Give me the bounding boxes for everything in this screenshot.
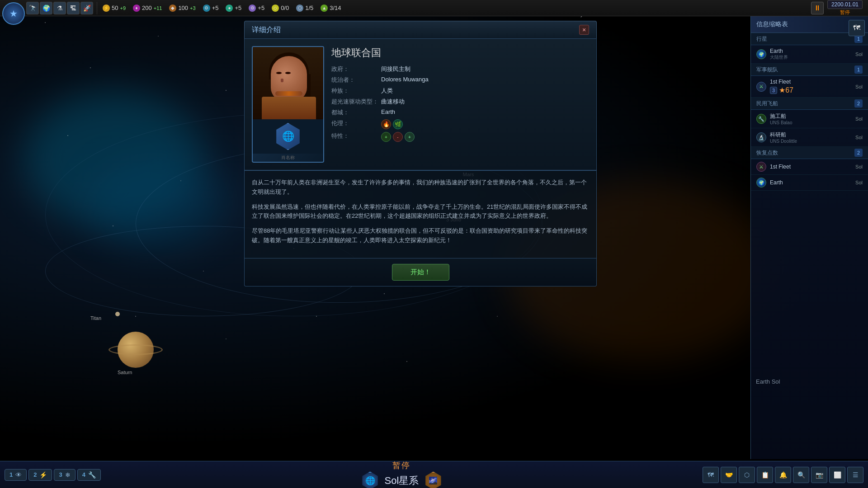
pause-button[interactable]: ⏸	[811, 2, 824, 14]
minerals-resource: ◆ 100 +3	[169, 5, 195, 12]
science-ship-info: 科研船 UNS Doolittle	[770, 131, 852, 144]
civilian-label: 民用飞船	[756, 100, 778, 108]
fleet-item[interactable]: ⚔ 1st Fleet 3 ★67 Sol	[751, 76, 868, 98]
science-ship-location: Sol	[855, 135, 863, 140]
fleet-value: 1/5	[305, 5, 313, 11]
info-table: 政府： 间接民主制 统治者： Dolores Muwanga 种族： 人类 超光…	[331, 65, 589, 142]
right-panel-title: 信息缩略表	[756, 20, 788, 28]
traits-row: 特性： + - +	[331, 132, 589, 142]
fleet-icon-res: ⬡	[296, 5, 303, 12]
ethics-icon-1[interactable]: 🔥	[381, 119, 391, 129]
unity-value: +5	[258, 5, 264, 11]
ruler-label: 统治者：	[331, 76, 381, 84]
fleet-item-name: 1st Fleet	[770, 79, 852, 85]
detail-title: 详细介绍	[252, 25, 281, 35]
build-icon[interactable]: 🏗	[67, 2, 80, 14]
energy-income: +9	[120, 5, 126, 11]
science-ship-name: 科研船	[770, 131, 852, 139]
federation-icon[interactable]: ⬡	[739, 467, 755, 483]
fleet-resource: ⬡ 1/5	[296, 5, 313, 12]
resource-bar: ⚡ 50 +9 ♦ 200 +11 ◆ 100 +3 ⚙ +5 ● +5 ⚙ +…	[97, 5, 806, 12]
ftl-label: 超光速驱动类型：	[331, 98, 381, 106]
bottom-center: 暂停 🌐 Sol星系 🌌	[105, 460, 698, 488]
recovery-fleet-name: 1st Fleet	[770, 164, 852, 170]
ethics-row: 伦理： 🔥 🌿	[331, 119, 589, 129]
recovery-count: 2	[854, 149, 863, 157]
recovery-fleet-item[interactable]: ⚔ 1st Fleet Sol	[751, 159, 868, 175]
galaxy-icon[interactable]: 🌌	[424, 472, 442, 488]
pop-resource: ▲ 3/14	[321, 5, 341, 12]
energy-resource: ⚡ 50 +9	[103, 5, 126, 12]
recovery-fleet-location: Sol	[855, 164, 863, 169]
construction-ship-info: 施工船 UNS Balao	[770, 113, 852, 125]
construction-ship-item[interactable]: 🔧 施工船 UNS Balao Sol	[751, 110, 868, 128]
tab-2-num: 2	[33, 471, 37, 478]
credits-value: 0/0	[281, 5, 289, 11]
bottom-tab-4[interactable]: 4 🔧	[77, 469, 101, 481]
energy-icon: ⚡	[103, 5, 110, 12]
homeworld-row: 都城： Earth	[331, 108, 589, 117]
screenshot-icon[interactable]: 📷	[811, 467, 827, 483]
borders-icon[interactable]: ⬜	[829, 467, 845, 483]
map-icon[interactable]: 🗺	[703, 467, 719, 483]
pop-value: 3/14	[330, 5, 341, 11]
bottom-tab-3[interactable]: 3 ❄	[54, 469, 75, 481]
tab-4-icon: 🔧	[88, 471, 96, 479]
civ-description: 自从二十万年前人类在非洲诞生至今，发生了许许多多的事情，我们的种族迅速的扩张到了…	[244, 170, 597, 258]
fleet-strength-badge: 3	[770, 87, 777, 94]
fleet-location: Sol	[855, 84, 863, 89]
colonize-icon[interactable]: 🌍	[40, 2, 52, 14]
map-filter-icon[interactable]: 🗺	[849, 20, 865, 36]
trait-icon-2[interactable]: -	[393, 132, 403, 142]
titan-planet[interactable]	[115, 312, 120, 316]
ethics-label: 伦理：	[331, 119, 381, 127]
menu-icon[interactable]: ☰	[847, 467, 863, 483]
start-button[interactable]: 开始！	[392, 264, 449, 281]
tab-3-icon: ❄	[65, 471, 71, 479]
civilian-section-header: 民用飞船 2	[751, 98, 868, 110]
civ-panel: 🌐 肖名称 地球联合国 政府： 间接民主制 统治者： Dolores Muwan…	[244, 38, 597, 170]
earth-planet-item[interactable]: 🌍 Earth 大陆世界 Sol	[751, 45, 868, 64]
survey-icon[interactable]: 🔭	[26, 2, 39, 14]
notifications-icon[interactable]: 🔔	[775, 467, 791, 483]
pop-icon: ▲	[321, 5, 328, 12]
trait-icon-3[interactable]: +	[405, 132, 415, 142]
trait-icon-1[interactable]: +	[381, 132, 391, 142]
system-icon[interactable]: 🌐	[361, 472, 379, 488]
game-logo[interactable]: ★	[2, 2, 25, 25]
fleet-ships: 3	[772, 88, 775, 93]
earth-planet-location: Sol	[855, 52, 863, 57]
ethics-icons: 🔥 🌿	[381, 119, 403, 129]
species-row: 种族： 人类	[331, 87, 589, 95]
credits-resource: ◇ 0/0	[272, 5, 289, 12]
paused-banner: 暂停	[392, 460, 410, 471]
homeworld-label: 都城：	[331, 108, 381, 117]
close-button[interactable]: ×	[579, 25, 589, 35]
tab-4-num: 4	[82, 471, 85, 478]
influence-icon: ●	[226, 5, 233, 12]
saturn-label: Saturn	[118, 370, 172, 375]
bottom-tab-2[interactable]: 2 ⚡	[28, 469, 52, 481]
recovery-earth-icon: 🌍	[756, 178, 766, 188]
unity-icon: ⚙	[249, 5, 256, 12]
recovery-fleet-info: 1st Fleet	[770, 164, 852, 170]
detail-header: 详细介绍 ×	[244, 21, 597, 38]
science-ship-item[interactable]: 🔬 科研船 UNS Doolittle Sol	[751, 128, 868, 147]
tech-icon[interactable]: ⚗	[53, 2, 66, 14]
diplomacy-icon[interactable]: 🤝	[721, 467, 737, 483]
situations-icon[interactable]: 📋	[757, 467, 773, 483]
bottom-tab-1[interactable]: 1 👁	[5, 469, 27, 481]
homeworld-value: Earth	[381, 108, 589, 115]
military-section-header: 军事舰队 1	[751, 64, 868, 76]
saturn-container[interactable]: Saturn	[118, 332, 172, 375]
unity-resource: ⚙ +5	[249, 5, 264, 12]
fleet-icon[interactable]: 🚀	[80, 2, 93, 14]
species-value: 人类	[381, 87, 589, 95]
paused-label: 暂停	[840, 9, 850, 16]
zoom-in-icon[interactable]: 🔍	[793, 467, 809, 483]
recovery-earth-item[interactable]: 🌍 Earth Sol	[751, 175, 868, 191]
saturn-ring	[108, 344, 163, 355]
portrait-necklace	[275, 91, 302, 96]
ruler-row: 统治者： Dolores Muwanga	[331, 76, 589, 84]
ethics-icon-2[interactable]: 🌿	[393, 119, 403, 129]
